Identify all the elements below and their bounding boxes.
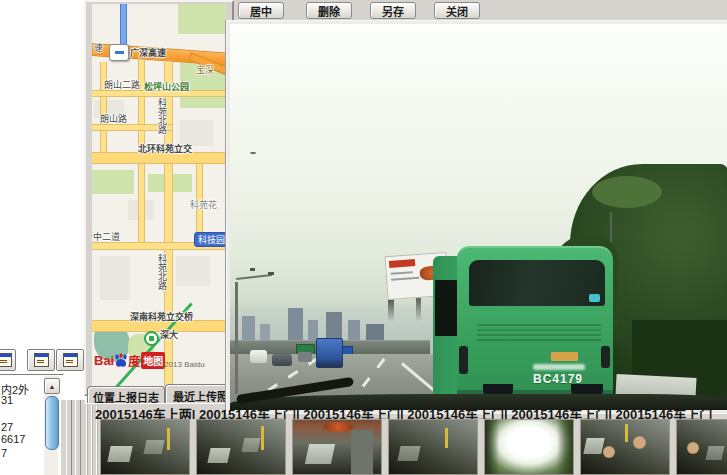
thumb-window — [305, 444, 335, 464]
list-item: 6617 — [1, 433, 25, 445]
bus-company-text-blur — [533, 364, 585, 370]
billboard-line — [391, 271, 413, 275]
list-item: 27 — [1, 421, 13, 433]
thumb-pillar — [351, 430, 373, 474]
thumbnail-2[interactable] — [196, 419, 286, 475]
list-item: 31 — [1, 394, 13, 406]
report-button-2[interactable] — [56, 349, 84, 371]
minus-glyph — [115, 51, 124, 54]
bird — [250, 152, 256, 154]
thumb-window — [706, 446, 725, 460]
bus-company-plate — [551, 352, 578, 361]
bus-tail-light-left — [459, 346, 468, 374]
small-lamp-pole — [610, 212, 612, 242]
thumb-light — [323, 422, 353, 432]
map-green-strip — [92, 170, 134, 194]
map-block — [100, 256, 130, 300]
thumbnail-6[interactable] — [580, 419, 670, 475]
splitter-ridge — [75, 400, 81, 475]
thumb-window — [583, 438, 604, 454]
baidu-logo: Bai 度 地图 — [94, 350, 165, 370]
lamp-arm — [236, 274, 272, 280]
thumbnail-5[interactable] — [484, 419, 574, 475]
map-label: 科苑花 — [190, 201, 217, 211]
tech-park-badge: 科技园 — [194, 232, 226, 247]
close-button[interactable]: 关闭 — [434, 2, 480, 19]
car — [298, 352, 312, 362]
scrollbar-thumb[interactable] — [45, 396, 59, 450]
thumb-strap — [261, 426, 264, 450]
report-button-1[interactable] — [27, 349, 55, 371]
thumb-window — [397, 446, 420, 461]
thumb-strap — [445, 428, 448, 448]
map-label-vertical: 科苑北路 — [156, 98, 166, 134]
report-button-0[interactable] — [0, 349, 16, 371]
form-report-icon — [63, 353, 78, 367]
center-button[interactable]: 居中 — [238, 2, 284, 19]
lamp-pole — [235, 282, 238, 394]
billboard-line — [391, 277, 419, 281]
trees-highlight — [592, 176, 662, 208]
map-label-expressway: 广深高速 — [130, 49, 166, 59]
thumbnail-4[interactable] — [388, 419, 478, 475]
map-label: 朗山路 — [100, 115, 127, 125]
map-label-interchange: 北环科苑立交 — [138, 145, 192, 155]
car — [272, 354, 292, 366]
vehicle-event-marquee: 20015146车上两| 20015146车上门| 20015146车上门| 2… — [95, 404, 727, 419]
map-block — [176, 256, 210, 286]
dashcam-photo[interactable]: BC4179 — [230, 24, 727, 410]
map-block — [180, 120, 214, 146]
map-label-park: 松坪山公园 — [144, 83, 189, 93]
thumb-strap — [625, 424, 628, 442]
thumb-window — [207, 448, 230, 463]
map-label-shenda: 深大 — [160, 331, 178, 341]
thumb-window — [144, 440, 165, 454]
map-copyright: © 2013 Baidu — [156, 360, 205, 369]
thumb-window — [107, 446, 132, 462]
bus-rear-window — [469, 260, 605, 306]
map-label: 宝深 — [196, 66, 214, 76]
thumb-person — [633, 436, 646, 449]
form-report-icon — [34, 353, 49, 367]
splitter-ridge — [66, 400, 72, 475]
vehicle-monitor-app: 居中 删除 另存 关闭 — [0, 0, 727, 475]
thumb-strap — [167, 428, 170, 450]
thumbnail-1[interactable] — [100, 419, 190, 475]
splitter[interactable] — [60, 400, 85, 475]
scrollbar-up-button[interactable]: ▲ — [44, 378, 60, 394]
lamp-head — [268, 272, 274, 275]
bus-tail-light-right — [601, 346, 610, 368]
map-label: 速 — [94, 44, 103, 54]
bus-engine-vents — [477, 324, 601, 342]
map-panel: 速 广深高速 宝深 朗山二路 松坪山公园 朗山路 科苑北路 北环科苑立交 科苑花… — [84, 0, 234, 396]
truck — [316, 338, 343, 368]
baidu-logo-du: 度 — [128, 352, 140, 369]
photo-window: BC4179 — [226, 20, 727, 414]
thumb-person — [687, 442, 699, 454]
map-road — [100, 62, 107, 156]
map-route-endpoint-marker[interactable] — [109, 44, 129, 61]
thumb-trees — [557, 420, 573, 474]
metro-station-icon[interactable] — [144, 331, 159, 346]
baidu-map[interactable]: 速 广深高速 宝深 朗山二路 松坪山公园 朗山路 科苑北路 北环科苑立交 科苑花… — [92, 4, 226, 386]
bus-window-sticker — [589, 294, 600, 302]
thumb-trees — [485, 420, 499, 474]
baidu-logo-latin: Bai — [94, 353, 114, 368]
van — [250, 350, 267, 363]
list-item: 7 — [1, 447, 7, 459]
map-label-vertical: 科苑北路 — [156, 254, 166, 290]
billboard-text-band — [389, 259, 415, 268]
bus: BC4179 — [433, 246, 615, 398]
form-report-icon — [0, 353, 12, 367]
map-park-top — [178, 4, 226, 34]
metro-glyph — [149, 336, 154, 341]
lamp-head — [250, 268, 255, 271]
delete-button[interactable]: 删除 — [306, 2, 352, 19]
save-as-button[interactable]: 另存 — [370, 2, 416, 19]
thumb-window — [242, 438, 261, 452]
thumbnail-3[interactable] — [292, 419, 382, 475]
thumb-person — [603, 446, 615, 458]
thumbnail-7[interactable] — [676, 419, 727, 475]
map-label: 新中二道 — [92, 233, 120, 243]
map-label: 朗山二路 — [104, 81, 140, 91]
